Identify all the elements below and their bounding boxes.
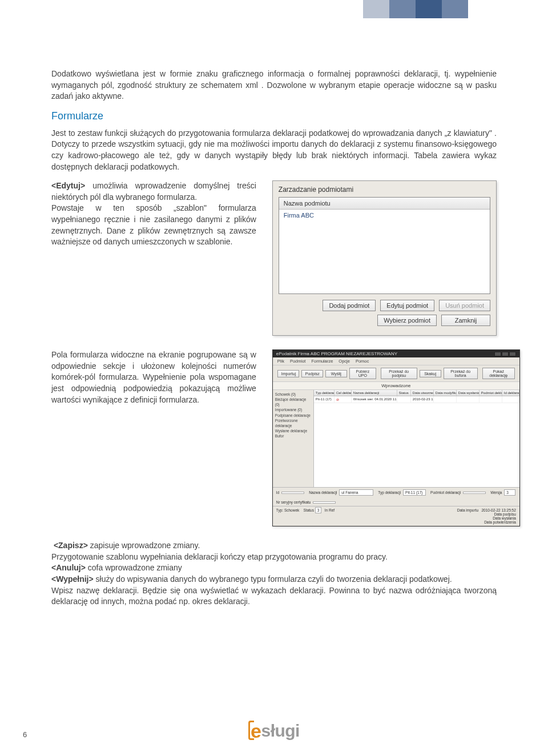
status-bar: Typ: Schowek Status 3 In Ref Data import…: [273, 506, 519, 526]
grid-col: Typ deklaracji: [314, 390, 335, 396]
tab-wprowadzone[interactable]: Wprowadzone: [273, 381, 519, 390]
menu-plik[interactable]: Plik: [277, 359, 284, 364]
tree-item[interactable]: Wysłane deklaracje: [275, 428, 311, 433]
nrcert-field[interactable]: [313, 501, 336, 504]
grid-col: Data modyfikacji: [434, 390, 457, 396]
stripe: [363, 0, 389, 18]
dialog-zarzadzanie-podmiotami: Zarzadzanie podmiotami Nazwa podmiotu Fi…: [272, 180, 497, 336]
grid-col: Status: [397, 390, 411, 396]
logo: esługi: [248, 720, 300, 742]
edytuj-description: <Edytuj> umożliwia wprowadzenie domyślne…: [51, 180, 256, 336]
list-column-header: Nazwa podmiotu: [279, 198, 490, 210]
edit-subject-button[interactable]: Edytuj podmiot: [380, 300, 434, 311]
folder-tree[interactable]: Schowek (0) Bieżące deklaracje (0) Impor…: [273, 390, 314, 487]
logo-e-icon: e: [251, 720, 261, 742]
maximize-icon[interactable]: [502, 352, 509, 356]
window-title: ePodatnik Firma ABC PROGRAM NIEZAREJESTR…: [276, 351, 397, 356]
wersja-field[interactable]: 3: [504, 489, 515, 496]
close-icon[interactable]: [509, 352, 516, 356]
wyslij-button[interactable]: Wyślij: [325, 370, 347, 377]
menu-opcje[interactable]: Opcje: [339, 359, 350, 364]
app-main-window: ePodatnik Firma ABC PROGRAM NIEZAREJESTR…: [272, 349, 520, 526]
pobierz-upo-button[interactable]: Pobierz UPO: [349, 368, 376, 379]
subjects-list[interactable]: Nazwa podmiotu Firma ABC: [279, 197, 490, 294]
id-field[interactable]: [281, 492, 304, 494]
declarations-grid[interactable]: Typ deklaracji Cel deklaracji Nazwa dekl…: [314, 390, 519, 487]
wypelnij-tag: <Wypełnij>: [51, 574, 94, 584]
tree-item[interactable]: Przetworzone deklaracje: [275, 418, 311, 428]
przekaz-podpisu-button[interactable]: Przekaż do podpisu: [381, 368, 417, 379]
outro-block: <Zapisz> zapisuje wprowadzone zmiany. Pr…: [51, 540, 497, 608]
zapisz-tag: <Zapisz>: [54, 541, 88, 550]
menu-formularze[interactable]: Formularze: [311, 359, 333, 364]
grid-col: Nazwa deklaracji: [352, 390, 397, 396]
tree-item[interactable]: Bufor: [275, 433, 311, 439]
skakuj-button[interactable]: Skakuj: [420, 370, 441, 377]
form-fields-description: Pola formularza widoczne na ekranie pogr…: [51, 349, 256, 526]
stripe: [442, 0, 468, 18]
add-subject-button[interactable]: Dodaj podmiot: [323, 300, 376, 311]
delete-subject-button[interactable]: Usuń podmiot: [439, 300, 490, 311]
toolbar: Importuj Podpisz Wyślij Pobierz UPO Prze…: [273, 365, 519, 381]
dialog-title: Zarzadzanie podmiotami: [279, 186, 490, 194]
tree-item[interactable]: Podpisane deklaracje: [275, 413, 311, 418]
page-number: 6: [23, 730, 27, 739]
grid-col: Id deklaracji: [502, 390, 519, 396]
header-color-stripes: [363, 0, 468, 18]
menu-bar: Plik Podmiot Formularze Opcje Pomoc: [273, 357, 519, 365]
warning-icon: ⊘: [335, 396, 352, 403]
tree-item[interactable]: Bieżące deklaracje (0): [275, 397, 311, 407]
grid-col: Podmiot deklaracji: [480, 390, 502, 396]
pokaz-deklaracje-button[interactable]: Pokaż deklarację: [482, 368, 515, 379]
menu-podmiot[interactable]: Podmiot: [290, 359, 306, 364]
grid-col: Cel deklaracji: [335, 390, 352, 396]
anuluj-tag: <Anuluj>: [51, 563, 86, 572]
section-paragraph: Jest to zestaw funkcji służących do przy…: [51, 128, 497, 172]
importuj-button[interactable]: Importuj: [277, 370, 299, 377]
select-subject-button[interactable]: Wybierz podmiot: [377, 315, 437, 326]
logo-text: sługi: [261, 721, 300, 740]
section-heading-formularze: Formularze: [51, 110, 497, 122]
stripe: [416, 0, 442, 18]
stripe: [389, 0, 416, 18]
typ-field[interactable]: Pit-11 (17): [403, 489, 426, 496]
window-titlebar: ePodatnik Firma ABC PROGRAM NIEZAREJESTR…: [273, 350, 519, 357]
list-row[interactable]: Firma ABC: [279, 210, 490, 221]
close-button[interactable]: Zamknij: [441, 315, 490, 326]
tree-item[interactable]: Schowek (0): [275, 392, 311, 397]
minimize-icon[interactable]: [494, 352, 501, 356]
tree-item[interactable]: Importowane (0): [275, 407, 311, 412]
podpisz-button[interactable]: Podpisz: [301, 370, 323, 377]
edytuj-tag: <Edytuj>: [51, 181, 85, 190]
grid-col: Data utworzenia: [411, 390, 434, 396]
nazwa-field[interactable]: ul Fanena: [339, 489, 373, 496]
grid-col: Data wysłania: [457, 390, 480, 396]
intro-paragraph: Dodatkowo wyświetlana jest w formie znak…: [51, 69, 497, 102]
przekaz-bufora-button[interactable]: Przekaż do bufora: [444, 368, 478, 379]
details-panel: Id Nazwa deklaracjiul Fanena Typ deklara…: [273, 487, 519, 506]
menu-pomoc[interactable]: Pomoc: [356, 359, 369, 364]
grid-row[interactable]: Pit-11 (17) ⊘ Wniosek wer. 04.01.2020 11…: [314, 396, 519, 403]
podmiot-field[interactable]: [463, 492, 486, 494]
